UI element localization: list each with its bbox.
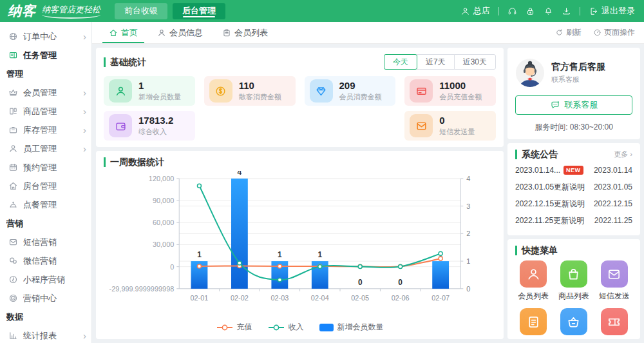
notice-item[interactable]: 2023.01.14...NEW2023.01.14 xyxy=(515,162,632,179)
page-operations-button[interactable]: 页面操作 xyxy=(593,27,635,38)
service-subtitle: 联系客服 xyxy=(551,75,605,84)
notice-item[interactable]: 2023.01.05更新说明2023.01.05 xyxy=(515,179,632,195)
stat-card-member-spend: 209会员消费金额 xyxy=(305,76,396,106)
sidebar-item-sms-marketing[interactable]: 短信营销 xyxy=(0,233,91,251)
sidebar-item-miniapp-marketing[interactable]: 小程序营销 xyxy=(0,270,91,289)
sidebar-item-statistics-reports[interactable]: 统计报表› xyxy=(0,326,91,343)
user-icon xyxy=(157,28,166,37)
bag-icon xyxy=(566,267,581,282)
legend-label: 新增会员数量 xyxy=(337,322,384,333)
right-column: 官方售后客服 联系客服 联系客服 服务时间: 08:30~20:00 系统公告 xyxy=(507,48,640,339)
svg-text:0: 0 xyxy=(466,285,470,293)
sidebar-item-label: 营销中心 xyxy=(23,293,57,304)
quick-menu-card: 快捷菜单 会员列表商品列表短信发送商城订单商品套餐优惠券 xyxy=(507,239,640,339)
tab-member-list[interactable]: 会员列表 xyxy=(220,22,270,43)
store-name: 总店 xyxy=(473,5,490,17)
range-button-today[interactable]: 今天 xyxy=(384,54,417,70)
stat-value: 1 xyxy=(138,80,181,92)
contact-service-label: 联系客服 xyxy=(565,99,598,111)
quick-item-goods-list[interactable]: 商品列表 xyxy=(558,260,589,302)
sidebar-item-dining-management[interactable]: 点餐管理 xyxy=(0,195,91,214)
notice-item-title: 2022.11.25更新说明 xyxy=(515,215,584,226)
stat-value: 110 xyxy=(239,80,281,92)
sidebar-item-inventory-management[interactable]: 库存管理› xyxy=(0,121,91,139)
bankcard-icon xyxy=(415,85,428,97)
quick-item-goods-packages[interactable]: 商品套餐 xyxy=(558,308,589,339)
logout-button[interactable]: 退出登录 xyxy=(589,5,635,17)
stat-label: 散客消费金额 xyxy=(239,92,281,102)
sidebar-item-wechat-marketing[interactable]: 微信营销 xyxy=(0,251,91,270)
stat-label: 短信发送量 xyxy=(439,127,475,137)
legend-label: 充值 xyxy=(237,322,252,333)
stat-card-walkin-spend: 110散客消费金额 xyxy=(204,76,296,106)
quick-item-sms-send[interactable]: 短信发送 xyxy=(599,260,630,302)
quick-menu-grid: 会员列表商品列表短信发送商城订单商品套餐优惠券 xyxy=(515,260,632,339)
contact-service-button[interactable]: 联系客服 xyxy=(515,95,632,115)
store-switcher[interactable]: 总店 xyxy=(460,5,490,17)
svg-text:4: 4 xyxy=(466,175,470,182)
divider xyxy=(498,7,499,15)
stat-tile xyxy=(410,114,433,137)
sidebar-item-staff-management[interactable]: 员工管理› xyxy=(0,139,91,158)
globe-icon xyxy=(8,32,18,41)
svg-text:2: 2 xyxy=(466,230,470,237)
legend-item-line[interactable]: 收入 xyxy=(268,322,304,333)
notice-item-title: 2022.12.15更新说明 xyxy=(515,199,585,210)
sidebar-item-booking-management[interactable]: 预约管理 xyxy=(0,158,91,177)
refresh-button[interactable]: 刷新 xyxy=(555,27,582,38)
quick-item-mall-orders[interactable]: 商城订单 xyxy=(518,308,549,339)
user-icon xyxy=(460,6,470,16)
range-button-last-30-days[interactable]: 近30天 xyxy=(454,54,496,70)
sidebar-item-label: 订单中心 xyxy=(23,31,57,43)
svg-text:02-05: 02-05 xyxy=(351,294,369,302)
chart-icon xyxy=(8,331,18,340)
quick-item-coupons[interactable]: 优惠券 xyxy=(601,308,628,339)
lock-button[interactable] xyxy=(526,6,535,16)
svg-text:3: 3 xyxy=(466,202,470,210)
notice-item[interactable]: 2022.12.15更新说明2022.12.15 xyxy=(515,195,632,212)
user-icon xyxy=(8,144,18,153)
service-title: 官方售后客服 xyxy=(551,61,605,73)
miniapp-icon xyxy=(8,275,18,284)
topnav-backend-admin[interactable]: 后台管理 xyxy=(173,3,225,19)
sidebar-item-room-management[interactable]: 房台管理 xyxy=(0,177,91,195)
legend-bar-marker xyxy=(319,324,334,331)
range-button-last-7-days[interactable]: 近7天 xyxy=(417,54,455,70)
chevron-right-icon: › xyxy=(83,144,86,153)
legend-label: 收入 xyxy=(289,322,304,333)
topnav-front-cashier[interactable]: 前台收银 xyxy=(115,3,167,19)
sidebar-item-task-management[interactable]: 任务管理 xyxy=(0,46,91,64)
sidebar-item-goods-management[interactable]: 商品管理› xyxy=(0,102,91,121)
headset-button[interactable] xyxy=(507,6,517,16)
wechat-icon xyxy=(8,256,18,266)
sidebar-item-member-management[interactable]: 会员管理› xyxy=(0,83,91,102)
topbar-right: 总店 退出登录 xyxy=(460,5,644,17)
stat-tile xyxy=(109,114,132,137)
sidebar-item-marketing-center[interactable]: 营销中心 xyxy=(0,289,91,308)
svg-text:0: 0 xyxy=(358,278,363,287)
home-icon xyxy=(109,28,118,37)
legend-item-line[interactable]: 充值 xyxy=(216,322,252,333)
sidebar-item-order-center[interactable]: 订单中心› xyxy=(0,27,91,46)
weekly-chart: 120,00090,00060,00030,0000-29,999.999999… xyxy=(104,171,496,322)
sidebar-item-label: 商品管理 xyxy=(23,106,57,117)
tab-member-info[interactable]: 会员信息 xyxy=(155,22,205,43)
bell-button[interactable] xyxy=(544,6,553,16)
quick-tile xyxy=(601,260,628,288)
logout-icon xyxy=(589,6,598,16)
legend-item-bar[interactable]: 新增会员数量 xyxy=(319,322,384,333)
notice-item[interactable]: 2022.11.25更新说明2022.11.25 xyxy=(515,212,632,229)
notice-more-link[interactable]: 更多 › xyxy=(614,150,632,159)
download-button[interactable] xyxy=(562,6,571,16)
sidebar-item-label: 员工管理 xyxy=(23,143,57,155)
calendar-icon xyxy=(8,162,18,172)
svg-text:02-01: 02-01 xyxy=(191,294,209,302)
ticket-icon xyxy=(607,315,621,329)
quick-tile xyxy=(601,308,628,335)
shell: 订单中心›任务管理管理会员管理›商品管理›库存管理›员工管理›预约管理房台管理点… xyxy=(0,22,644,343)
tab-home[interactable]: 首页 xyxy=(106,22,140,43)
headset-icon xyxy=(507,6,517,16)
sidebar-item-label: 预约管理 xyxy=(23,162,57,173)
quick-item-member-list[interactable]: 会员列表 xyxy=(518,260,549,302)
legend-line-marker xyxy=(216,324,233,331)
